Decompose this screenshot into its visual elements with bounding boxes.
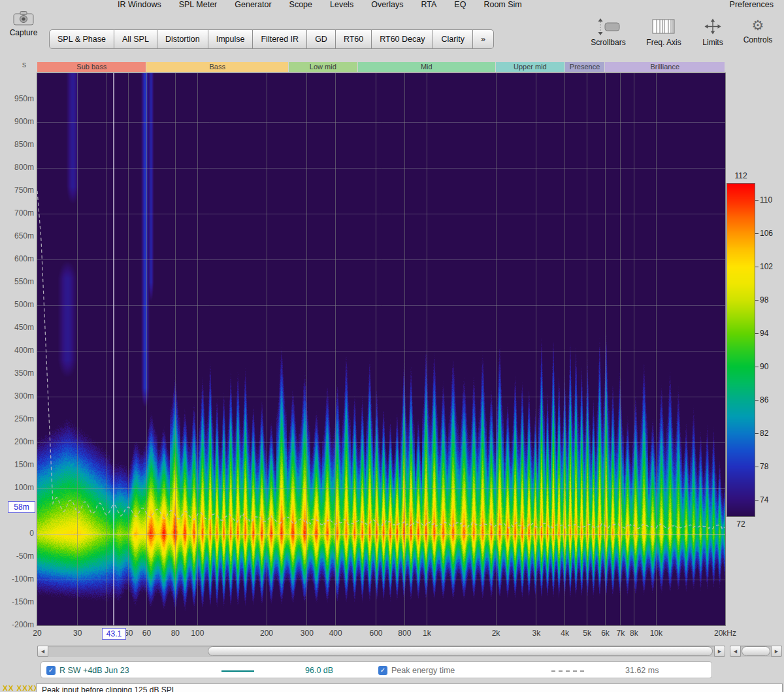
color-scale-label: 78 [760,462,768,471]
x-axis-label: 600 [369,629,382,638]
x-axis-label: 200 [260,629,273,638]
freq-axis-icon [652,17,676,37]
color-scale-tick [755,500,759,501]
y-axis-label: 350m [0,369,34,378]
menu-item-room-sim[interactable]: Room Sim [483,0,521,9]
controls-label: Controls [736,35,780,44]
menu-items: IR WindowsSPL MeterGeneratorScopeLevelsO… [118,0,522,9]
scrollbars-button[interactable]: Scrollbars [583,17,633,47]
tab-gd[interactable]: GD [307,29,336,49]
tab-rt60[interactable]: RT60 [336,29,372,49]
mini-scrollbar-thumb[interactable] [742,646,770,656]
x-axis-label: 4k [561,629,569,638]
band-upper-mid: Upper mid [496,62,564,72]
y-axis-label: 750m [0,186,34,195]
menu-item-generator[interactable]: Generator [235,0,271,9]
menu-item-ir-windows[interactable]: IR Windows [118,0,161,9]
limits-label: Limits [693,38,733,47]
view-tabs: SPL & PhaseAll SPLDistortionImpulseFilte… [49,29,494,49]
limits-button[interactable]: Limits [693,17,733,47]
right-mini-scrollbar[interactable]: ◀ ▶ [730,646,782,657]
tab-spl-phase[interactable]: SPL & Phase [49,29,114,49]
band-low-mid: Low mid [289,62,357,72]
freq-axis-button[interactable]: Freq. Axis [639,17,689,47]
measurement-spl-value: 96.0 dB [305,666,333,675]
tab-filtered-ir[interactable]: Filtered IR [253,29,307,49]
color-scale-tick [755,433,759,434]
peak-energy-checkbox[interactable]: ✓ [378,666,387,675]
spectrogram-canvas[interactable] [37,73,725,625]
color-scale-max-label: 112 [727,171,755,180]
color-scale-tick [755,267,759,267]
band-mid: Mid [358,62,495,72]
left-arrow-icon: ◀ [734,649,737,653]
check-icon: ✓ [380,667,385,674]
x-axis-label: 2k [492,629,500,638]
x-axis-label: 800 [398,629,411,638]
status-bar: XX XXXX Peak input before clipping 125 d… [0,684,784,692]
menu-item-preferences[interactable]: Preferences [730,0,774,9]
measurement-line-sample [221,670,254,672]
color-scale-tick [755,233,759,234]
y-axis-label: 700m [0,208,34,218]
capture-label: Capture [5,28,42,37]
x-axis-label: 100 [191,629,204,638]
measurement-checkbox[interactable]: ✓ [46,666,56,675]
mini-scroll-right-button[interactable]: ▶ [771,646,782,657]
y-axis-unit: s [14,60,26,69]
band-presence: Presence [565,62,605,72]
y-axis-label: 950m [0,94,34,103]
status-message: Peak input before clipping 125 dB SPL [42,685,176,692]
cursor-time-readout: 58m [8,501,35,513]
color-scale-label: 102 [760,262,773,271]
x-axis-label: 80 [171,629,180,638]
menu-item-spl-meter[interactable]: SPL Meter [179,0,218,9]
color-scale-min-label: 72 [727,519,755,529]
scroll-left-button[interactable]: ◀ [37,646,48,657]
peak-energy-line-sample [551,670,584,672]
menu-item-levels[interactable]: Levels [330,0,353,9]
band-sub-bass: Sub bass [37,62,146,72]
color-scale-label: 90 [760,362,768,371]
legend-bar: ✓ R SW +4dB Jun 23 96.0 dB ✓ Peak energy… [41,661,712,678]
menu-item-scope[interactable]: Scope [289,0,312,9]
band-bass: Bass [146,62,288,72]
y-axis-label: 150m [0,460,34,469]
color-scale-label: 110 [760,195,772,205]
horizontal-scrollbar[interactable]: ◀ ▶ [37,646,725,657]
controls-button[interactable]: ⚙ Controls [736,17,780,44]
band-brilliance: Brilliance [605,62,725,72]
tab-all-spl[interactable]: All SPL [114,29,157,49]
menu-item-overlays[interactable]: Overlays [371,0,403,9]
limits-icon [700,17,726,37]
tab-impulse[interactable]: Impulse [208,29,253,49]
x-axis-label: 30 [73,629,82,638]
tab-clarity[interactable]: Clarity [433,29,472,49]
status-message-box: Peak input before clipping 125 dB SPL [36,684,783,692]
tab-rt60-decay[interactable]: RT60 Decay [372,29,433,49]
check-icon: ✓ [48,667,54,674]
color-scale-tick [755,300,759,301]
color-scale-label: 98 [760,295,768,305]
scroll-right-button[interactable]: ▶ [714,646,725,657]
y-axis-label: 450m [0,323,34,332]
peak-energy-label: Peak energy time [391,666,455,675]
scrollbar-thumb[interactable] [208,646,713,656]
x-axis-label: 6k [601,629,610,638]
menu-item-rta[interactable]: RTA [421,0,436,9]
measurement-name: R SW +4dB Jun 23 [59,666,129,675]
y-axis-label: 650m [0,231,34,240]
color-scale-tick [755,367,759,367]
tab-distortion[interactable]: Distortion [157,29,208,49]
x-axis-label: 8k [630,629,638,638]
right-arrow-icon: ▶ [718,649,721,653]
x-axis-label: 300 [301,629,314,638]
tab-more[interactable]: » [473,29,494,49]
capture-button[interactable]: Capture [5,9,42,37]
y-axis-label: -100m [0,574,34,584]
menu-item-eq[interactable]: EQ [454,0,466,9]
color-scale-tick [755,200,759,201]
mini-scroll-left-button[interactable]: ◀ [730,646,741,657]
scrollbars-icon [595,17,621,37]
y-axis-label: 0 [0,529,34,538]
